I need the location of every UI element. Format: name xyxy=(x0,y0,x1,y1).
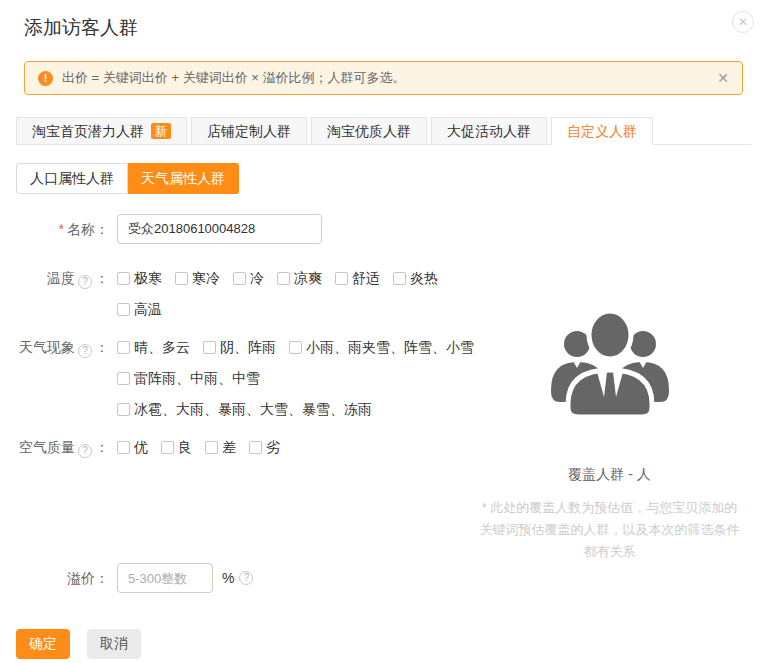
checkbox-label: 极寒 xyxy=(134,267,162,289)
note-line: * 此处的覆盖人数为预估值，与您宝贝添加的 xyxy=(462,497,757,519)
tab[interactable]: 淘宝首页潜力人群新 xyxy=(16,117,187,145)
people-group-icon xyxy=(546,304,674,419)
coverage-note: * 此处的覆盖人数为预估值，与您宝贝添加的关键词预估覆盖的人群，以及本次的筛选条… xyxy=(462,497,757,563)
checkbox-label: 优 xyxy=(134,436,148,458)
new-badge: 新 xyxy=(151,123,171,139)
help-icon[interactable]: ? xyxy=(78,444,92,458)
checkbox[interactable] xyxy=(117,341,130,354)
help-icon[interactable]: ? xyxy=(78,275,92,289)
checkbox-label: 晴、多云 xyxy=(134,336,190,358)
checkbox-option[interactable]: 舒适 xyxy=(335,267,380,289)
option-row: 晴、多云阴、阵雨小雨、雨夹雪、阵雪、小雪 xyxy=(117,336,487,358)
checkbox-label: 炎热 xyxy=(410,267,438,289)
group-label-text: 空气质量 xyxy=(19,439,75,455)
checkbox[interactable] xyxy=(117,403,130,416)
option-list: 极寒寒冷冷凉爽舒适炎热高温 xyxy=(117,267,462,329)
checkbox-option[interactable]: 晴、多云 xyxy=(117,336,190,358)
confirm-button[interactable]: 确定 xyxy=(16,629,70,659)
premium-label: 溢价： xyxy=(0,563,117,593)
checkbox[interactable] xyxy=(117,272,130,285)
colon: ： xyxy=(95,339,109,355)
notice-close-icon[interactable]: ✕ xyxy=(717,70,729,86)
form-group-row: 天气现象?：晴、多云阴、阵雨小雨、雨夹雪、阵雪、小雪雷阵雨、中雨、中雪冰雹、大雨… xyxy=(0,336,462,429)
notice-text: 出价 = 关键词出价 + 关键词出价 × 溢价比例；人群可多选。 xyxy=(62,69,717,87)
colon: ： xyxy=(95,439,109,455)
checkbox-label: 劣 xyxy=(266,436,280,458)
checkbox-label: 雷阵雨、中雨、中雪 xyxy=(134,367,260,389)
checkbox-label: 高温 xyxy=(134,298,162,320)
checkbox-label: 寒冷 xyxy=(192,267,220,289)
checkbox[interactable] xyxy=(117,303,130,316)
cancel-button[interactable]: 取消 xyxy=(87,629,141,659)
option-row: 优良差劣 xyxy=(117,436,462,458)
group-label: 温度?： xyxy=(0,267,117,289)
checkbox-label: 差 xyxy=(222,436,236,458)
subtab-bar: 人口属性人群天气属性人群 xyxy=(16,163,239,194)
name-label-text: 名称 xyxy=(67,221,95,237)
name-label: *名称： xyxy=(0,214,117,244)
checkbox[interactable] xyxy=(277,272,290,285)
checkbox[interactable] xyxy=(117,372,130,385)
group-label-text: 天气现象 xyxy=(19,339,75,355)
tab[interactable]: 淘宝优质人群 xyxy=(311,117,427,145)
required-mark: * xyxy=(59,221,64,237)
checkbox[interactable] xyxy=(117,441,130,454)
checkbox-option[interactable]: 炎热 xyxy=(393,267,438,289)
form-group-row: 空气质量?：优良差劣 xyxy=(0,436,462,467)
tab-label: 淘宝首页潜力人群 xyxy=(32,123,144,139)
checkbox[interactable] xyxy=(205,441,218,454)
checkbox-label: 凉爽 xyxy=(294,267,322,289)
checkbox-groups: 温度?：极寒寒冷冷凉爽舒适炎热高温天气现象?：晴、多云阴、阵雨小雨、雨夹雪、阵雪… xyxy=(0,267,462,467)
checkbox-option[interactable]: 极寒 xyxy=(117,267,162,289)
close-icon: ✕ xyxy=(738,15,748,29)
checkbox-option[interactable]: 雷阵雨、中雨、中雪 xyxy=(117,367,260,389)
checkbox-option[interactable]: 高温 xyxy=(117,298,162,320)
tab-bar: 淘宝首页潜力人群新店铺定制人群淘宝优质人群大促活动人群自定义人群 xyxy=(16,117,751,145)
tab-label: 淘宝优质人群 xyxy=(327,123,411,139)
group-label: 天气现象?： xyxy=(0,336,117,358)
checkbox-option[interactable]: 寒冷 xyxy=(175,267,220,289)
add-visitor-audience-dialog: ✕ 添加访客人群 ! 出价 = 关键词出价 + 关键词出价 × 溢价比例；人群可… xyxy=(0,0,767,663)
checkbox[interactable] xyxy=(233,272,246,285)
subtab[interactable]: 天气属性人群 xyxy=(128,163,239,194)
checkbox[interactable] xyxy=(203,341,216,354)
checkbox[interactable] xyxy=(289,341,302,354)
group-label-text: 温度 xyxy=(47,270,75,286)
page-title: 添加访客人群 xyxy=(24,0,767,41)
tab[interactable]: 自定义人群 xyxy=(551,117,653,145)
colon: ： xyxy=(95,570,109,586)
premium-input[interactable] xyxy=(117,563,213,593)
checkbox-option[interactable]: 优 xyxy=(117,436,148,458)
checkbox-option[interactable]: 阴、阵雨 xyxy=(203,336,276,358)
audience-name-input[interactable] xyxy=(117,214,322,244)
checkbox-option[interactable]: 良 xyxy=(161,436,192,458)
tab-label: 自定义人群 xyxy=(567,123,637,139)
form-group-row: 温度?：极寒寒冷冷凉爽舒适炎热高温 xyxy=(0,267,462,329)
checkbox-option[interactable]: 冰雹、大雨、暴雨、大雪、暴雪、冻雨 xyxy=(117,398,372,420)
tab[interactable]: 大促活动人群 xyxy=(431,117,547,145)
help-icon[interactable]: ? xyxy=(239,571,253,585)
checkbox-option[interactable]: 凉爽 xyxy=(277,267,322,289)
coverage-panel: 覆盖人群 - 人 * 此处的覆盖人数为预估值，与您宝贝添加的关键词预估覆盖的人群… xyxy=(462,214,757,563)
subtab[interactable]: 人口属性人群 xyxy=(16,163,128,194)
checkbox[interactable] xyxy=(161,441,174,454)
option-list: 晴、多云阴、阵雨小雨、雨夹雪、阵雪、小雪雷阵雨、中雨、中雪冰雹、大雨、暴雨、大雪… xyxy=(117,336,487,429)
dialog-close-button[interactable]: ✕ xyxy=(732,11,754,33)
option-list: 优良差劣 xyxy=(117,436,462,467)
action-bar: 确定 取消 xyxy=(16,629,767,659)
percent-unit: % xyxy=(222,570,234,586)
premium-label-text: 溢价 xyxy=(67,570,95,586)
checkbox-label: 冷 xyxy=(250,267,264,289)
checkbox[interactable] xyxy=(249,441,262,454)
checkbox-option[interactable]: 差 xyxy=(205,436,236,458)
checkbox-option[interactable]: 冷 xyxy=(233,267,264,289)
checkbox[interactable] xyxy=(175,272,188,285)
help-icon[interactable]: ? xyxy=(78,344,92,358)
checkbox-option[interactable]: 劣 xyxy=(249,436,280,458)
premium-field-row: 溢价： % ? xyxy=(0,563,767,593)
checkbox[interactable] xyxy=(335,272,348,285)
checkbox[interactable] xyxy=(393,272,406,285)
option-row: 极寒寒冷冷凉爽舒适炎热 xyxy=(117,267,462,289)
tab[interactable]: 店铺定制人群 xyxy=(191,117,307,145)
checkbox-option[interactable]: 小雨、雨夹雪、阵雪、小雪 xyxy=(289,336,474,358)
